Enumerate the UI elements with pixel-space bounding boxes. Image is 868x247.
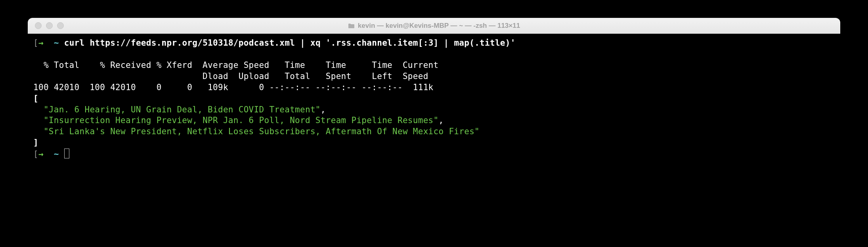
folder-icon: [348, 23, 355, 29]
json-close-bracket: ]: [33, 137, 835, 149]
json-item-1: "Jan. 6 Hearing, UN Grain Deal, Biden CO…: [33, 104, 835, 116]
terminal-window: kevin — kevin@Kevins-MBP — ~ — -zsh — 11…: [28, 18, 840, 172]
minimize-button[interactable]: [46, 22, 53, 29]
maximize-button[interactable]: [57, 22, 64, 29]
prompt-arrow-icon: →: [38, 149, 44, 159]
window-title: kevin — kevin@Kevins-MBP — ~ — -zsh — 11…: [358, 22, 520, 30]
cursor: [64, 149, 69, 158]
prompt-cwd: ~: [54, 149, 59, 159]
terminal-body[interactable]: [→ ~ curl https://feeds.npr.org/510318/p…: [28, 34, 840, 172]
command-line: [→ ~ curl https://feeds.npr.org/510318/p…: [33, 38, 835, 49]
json-item-2: "Insurrection Hearing Preview, NPR Jan. …: [33, 115, 835, 126]
traffic-lights: [35, 22, 64, 29]
prompt-bracket-open: [: [33, 149, 38, 159]
prompt-cwd: ~: [54, 38, 59, 48]
curl-header-2: Dload Upload Total Spent Left Speed: [33, 71, 835, 82]
titlebar: kevin — kevin@Kevins-MBP — ~ — -zsh — 11…: [28, 18, 840, 34]
prompt-arrow-icon: →: [38, 38, 44, 48]
json-item-3: "Sri Lanka's New President, Netflix Lose…: [33, 126, 835, 137]
json-open-bracket: [: [33, 93, 835, 104]
curl-progress-row: 100 42010 100 42010 0 0 109k 0 --:--:-- …: [33, 82, 835, 93]
prompt-line: [→ ~: [33, 149, 835, 160]
close-button[interactable]: [35, 22, 42, 29]
command-text: curl https://feeds.npr.org/510318/podcas…: [64, 38, 516, 48]
window-title-area: kevin — kevin@Kevins-MBP — ~ — -zsh — 11…: [35, 22, 833, 30]
blank-line: [33, 49, 835, 60]
curl-header-1: % Total % Received % Xferd Average Speed…: [33, 60, 835, 71]
prompt-bracket-open: [: [33, 38, 38, 48]
